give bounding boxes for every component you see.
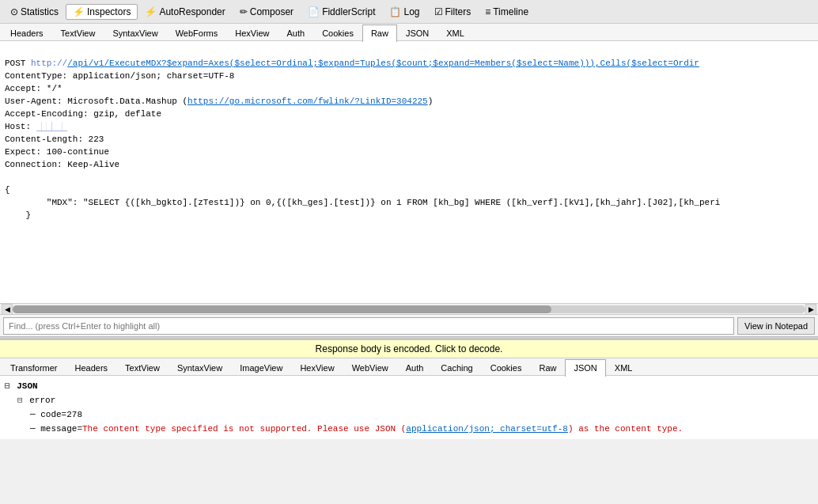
code-key: ─ code= [30, 410, 66, 419]
fiddlerscript-icon: 📄 [308, 6, 320, 17]
tab-req-xml[interactable]: XML [437, 25, 473, 42]
inspectors-label: Inspectors [87, 6, 131, 17]
toolbar-filters[interactable]: ☑ Filters [427, 4, 479, 20]
req-url-hidden: http:// [31, 59, 67, 68]
tab-req-syntaxview[interactable]: SyntaxView [104, 25, 166, 42]
req-line4-prefix: User-Agent: Microsoft.Data.Mashup ( [5, 97, 187, 106]
tab-resp-xml[interactable]: XML [606, 359, 642, 377]
tree-error-label: error [29, 396, 55, 405]
view-in-notepad-button[interactable]: View in Notepad [737, 317, 815, 335]
req-line2: ContentType: application/json; charset=U… [5, 71, 234, 81]
message-value: The content type specified is not suppor… [82, 424, 683, 434]
tree-node-error: ⊟ error [5, 393, 813, 407]
req-url-path: /api/v1/ExecuteMDX?$expand=Axes($select=… [67, 59, 699, 68]
req-line9: Connection: Keep-Alive [5, 160, 119, 169]
response-content-area[interactable]: ⊟ JSON ⊟ error ─ code=278 ─ message=The … [0, 376, 818, 439]
filters-icon: ☑ [434, 6, 443, 17]
tab-resp-transformer[interactable]: Transformer [2, 359, 66, 377]
tree-root-label: JSON [17, 381, 37, 391]
tab-req-textview[interactable]: TextView [52, 25, 104, 42]
response-tab-bar: Transformer Headers TextView SyntaxView … [0, 358, 818, 376]
toolbar-timeline[interactable]: ≡ Timeline [478, 4, 536, 20]
tab-resp-json[interactable]: JSON [565, 359, 605, 377]
filters-label: Filters [445, 6, 471, 17]
tab-resp-textview[interactable]: TextView [116, 359, 169, 377]
log-icon: 📋 [389, 6, 401, 17]
tab-resp-imageview[interactable]: ImageView [231, 359, 291, 377]
tree-leaf-message: ─ message=The content type specified is … [5, 422, 813, 436]
expand-json-icon[interactable]: ⊟ [5, 381, 10, 391]
code-value: 278 [66, 410, 82, 419]
horizontal-scrollbar[interactable]: ◀ ▶ [0, 303, 818, 314]
inspectors-icon: ⚡ [73, 6, 85, 17]
log-label: Log [403, 6, 419, 17]
tab-resp-raw[interactable]: Raw [530, 359, 565, 377]
tab-resp-caching[interactable]: Caching [432, 359, 481, 377]
tree-leaf-code: ─ code=278 [5, 407, 813, 422]
toolbar-log[interactable]: 📋 Log [382, 4, 426, 20]
main-toolbar: ⊙ Statistics ⚡ Inspectors ⚡ AutoResponde… [0, 0, 818, 24]
req-line12: "MDX": "SELECT {([kh_bgkto].[zTest1])} o… [5, 198, 720, 207]
tab-resp-headers[interactable]: Headers [66, 359, 117, 377]
encoded-banner[interactable]: Response body is encoded. Click to decod… [0, 339, 818, 358]
req-line13: } [5, 210, 31, 220]
req-line11: { [5, 185, 10, 195]
timeline-icon: ≡ [485, 6, 490, 17]
tab-resp-hexview[interactable]: HexView [291, 359, 343, 377]
scroll-right-arrow[interactable]: ▶ [805, 304, 816, 315]
toolbar-autoresponder[interactable]: ⚡ AutoResponder [138, 4, 232, 20]
scroll-track[interactable] [13, 305, 805, 313]
tab-req-webforms[interactable]: WebForms [167, 25, 227, 42]
autoresponder-label: AutoResponder [159, 6, 225, 17]
composer-icon: ✏ [240, 6, 248, 17]
tab-req-cookies[interactable]: Cookies [313, 25, 362, 42]
tab-req-hexview[interactable]: HexView [226, 25, 278, 42]
response-panel: Transformer Headers TextView SyntaxView … [0, 358, 818, 439]
composer-label: Composer [250, 6, 293, 17]
req-line5: Accept-Encoding: gzip, deflate [5, 109, 161, 119]
req-host-value: ██████ [36, 122, 68, 131]
toolbar-fiddlerscript[interactable]: 📄 FiddlerScript [301, 4, 382, 20]
req-line4-link[interactable]: https://go.microsoft.com/fwlink/?LinkID=… [187, 97, 428, 106]
timeline-label: Timeline [493, 6, 528, 17]
tab-req-auth[interactable]: Auth [278, 25, 314, 42]
req-line7: Content-Length: 223 [5, 135, 104, 144]
encoded-banner-text: Response body is encoded. Click to decod… [316, 343, 503, 354]
scroll-thumb[interactable] [13, 305, 551, 313]
req-line4-suffix: ) [428, 97, 434, 106]
req-post-prefix: POST [5, 59, 31, 68]
tab-resp-syntaxview[interactable]: SyntaxView [169, 359, 231, 377]
statistics-label: Statistics [21, 6, 59, 17]
request-panel: Headers TextView SyntaxView WebForms Hex… [0, 24, 818, 336]
req-line3: Accept: */* [5, 84, 62, 93]
tab-resp-auth[interactable]: Auth [397, 359, 433, 377]
tree-root-json: ⊟ JSON [5, 379, 813, 393]
tab-resp-cookies[interactable]: Cookies [482, 359, 531, 377]
req-line8: Expect: 100-continue [5, 147, 109, 157]
fiddlerscript-label: FiddlerScript [322, 6, 375, 17]
toolbar-inspectors[interactable]: ⚡ Inspectors [66, 4, 138, 20]
tab-resp-webview[interactable]: WebView [343, 359, 397, 377]
message-key: ─ message= [30, 424, 82, 434]
tab-req-raw[interactable]: Raw [362, 25, 397, 42]
autoresponder-icon: ⚡ [145, 6, 157, 17]
statistics-icon: ⊙ [10, 6, 18, 17]
expand-error-icon[interactable]: ⊟ [17, 396, 23, 405]
toolbar-statistics[interactable]: ⊙ Statistics [3, 4, 66, 20]
tab-req-headers[interactable]: Headers [2, 25, 52, 42]
message-link[interactable]: application/json; charset=utf-8 [406, 424, 568, 434]
find-input[interactable] [3, 317, 734, 335]
tab-req-json[interactable]: JSON [397, 25, 437, 42]
req-line6-prefix: Host: [5, 122, 36, 131]
toolbar-composer[interactable]: ✏ Composer [233, 4, 301, 20]
find-bar: View in Notepad [0, 314, 818, 336]
scroll-left-arrow[interactable]: ◀ [2, 304, 13, 315]
request-tab-bar: Headers TextView SyntaxView WebForms Hex… [0, 24, 818, 41]
request-content-area[interactable]: POST http:///api/v1/ExecuteMDX?$expand=A… [0, 41, 818, 303]
